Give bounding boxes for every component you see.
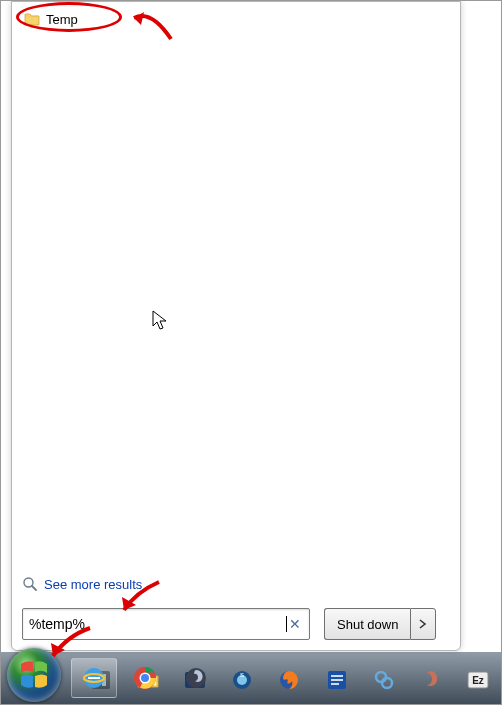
taskbar-item-firefox[interactable] bbox=[267, 660, 312, 700]
folder-icon bbox=[24, 11, 40, 27]
search-result-temp[interactable]: Temp bbox=[20, 10, 82, 28]
chevron-right-icon bbox=[419, 619, 427, 629]
start-button[interactable] bbox=[7, 648, 61, 702]
start-menu-panel: Temp See more results ✕ Shut down bbox=[11, 1, 461, 651]
svg-text:S: S bbox=[240, 672, 244, 678]
magnifier-icon bbox=[22, 576, 38, 592]
svg-point-17 bbox=[382, 678, 392, 688]
svg-rect-15 bbox=[331, 683, 339, 685]
shutdown-group: Shut down bbox=[324, 608, 436, 640]
shutdown-label: Shut down bbox=[337, 617, 398, 632]
taskbar-item-swirl[interactable] bbox=[173, 658, 219, 698]
clear-icon[interactable]: ✕ bbox=[287, 616, 303, 632]
svg-rect-13 bbox=[331, 675, 343, 677]
taskbar-item-blue[interactable] bbox=[314, 660, 359, 700]
svg-text:Ez: Ez bbox=[473, 675, 485, 686]
taskbar-item-ez[interactable]: Ez bbox=[456, 660, 501, 700]
taskbar-item-dark[interactable] bbox=[409, 660, 454, 700]
shutdown-options-button[interactable] bbox=[410, 608, 436, 640]
taskbar-row-2 bbox=[71, 658, 219, 702]
cursor-icon bbox=[152, 310, 170, 332]
taskbar-item-orb[interactable]: S bbox=[220, 660, 265, 700]
taskbar-item-link[interactable] bbox=[361, 660, 406, 700]
see-more-results-link[interactable]: See more results bbox=[22, 576, 142, 592]
search-box[interactable]: ✕ bbox=[22, 608, 310, 640]
svg-rect-14 bbox=[331, 679, 343, 681]
svg-point-16 bbox=[376, 672, 386, 682]
taskbar-item-chrome[interactable] bbox=[122, 658, 168, 698]
taskbar-item-ie[interactable] bbox=[71, 658, 117, 698]
search-input[interactable] bbox=[29, 616, 287, 632]
svg-point-24 bbox=[141, 674, 149, 682]
svg-line-1 bbox=[32, 586, 36, 590]
annotation-arrow-result bbox=[126, 4, 176, 44]
see-more-results-label: See more results bbox=[44, 577, 142, 592]
shutdown-button[interactable]: Shut down bbox=[324, 608, 410, 640]
search-result-label: Temp bbox=[46, 12, 78, 27]
search-row: ✕ Shut down bbox=[22, 608, 436, 640]
